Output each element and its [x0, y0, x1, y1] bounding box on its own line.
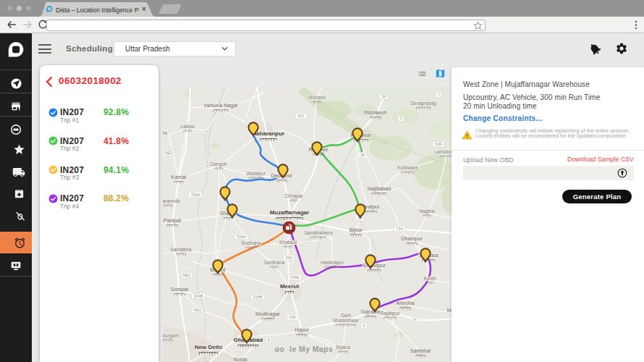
trip-percentage: 88.2% — [103, 193, 129, 203]
trip-label: Trip #2 — [60, 145, 79, 152]
map-watermark: Google My Maps — [268, 345, 333, 353]
map-place-label-hindi — [368, 270, 381, 272]
trip-check-icon — [48, 108, 58, 117]
window-minimize-button[interactable] — [16, 5, 22, 12]
road-shield-label: NE2 — [194, 308, 202, 312]
sidebar-item-swap[interactable] — [0, 118, 32, 140]
trip-percentage: 94.1% — [103, 165, 129, 175]
tab-close-icon[interactable]: × — [142, 5, 146, 13]
map-place-label-hindi — [224, 218, 232, 220]
browser-tab[interactable]: Dista – Location Intelligence Pla × — [36, 2, 156, 17]
warning-icon — [462, 130, 473, 140]
back-chevron-icon[interactable] — [45, 76, 54, 88]
list-view-icon[interactable] — [416, 69, 428, 79]
chevron-down-icon — [221, 46, 228, 51]
page-title: Scheduling — [66, 44, 113, 53]
map-place-label: Garh — [341, 313, 352, 318]
road-shield-label: 334 — [289, 315, 295, 319]
road-shield-label: 34 — [360, 153, 365, 157]
trip-percentage: 41.8% — [103, 136, 129, 146]
bookmark-star-icon[interactable] — [473, 21, 483, 30]
trip-row[interactable]: IN207Trip #488.2% — [40, 193, 158, 218]
map-place-label: Abdalpur — [247, 171, 266, 177]
browser-menu-icon[interactable] — [631, 20, 641, 30]
map-place-label: Bahadurgarh — [163, 333, 179, 339]
menu-hamburger-icon[interactable] — [38, 44, 51, 54]
map-place-label: Najibabad — [368, 185, 391, 192]
road-shield-label: 734 — [396, 227, 402, 231]
trips-panel: 06032018002 IN207Trip #192.8%IN207Trip #… — [40, 65, 158, 362]
map-place-label-hindi — [311, 237, 326, 239]
road-shield-label: NE2 — [183, 273, 191, 277]
warehouse-marker[interactable] — [283, 222, 295, 234]
map-place-label-hindi — [365, 211, 377, 214]
sidebar-item-disabled[interactable] — [0, 205, 32, 227]
map-place-label: Gajraula — [360, 308, 380, 315]
sidebar-item-shipping[interactable] — [0, 161, 32, 183]
star-icon — [13, 143, 25, 156]
browser-toolbar — [0, 17, 644, 33]
browser-titlebar: Dista – Location Intelligence Pla × — [0, 0, 644, 17]
road-shield-label: 334B — [193, 294, 203, 298]
window-zoom-button[interactable] — [25, 5, 32, 12]
map-place-label: Panipat — [164, 217, 181, 224]
stop-pin-rampur-maniharan[interactable] — [220, 187, 229, 200]
unarchive-icon — [14, 188, 25, 199]
trip-label: Trip #1 — [60, 117, 79, 124]
map-place-label: Siyana — [336, 345, 350, 350]
trips-panel-header: 06032018002 — [40, 65, 158, 91]
change-constraints-link[interactable]: Change Constraints... — [463, 114, 543, 122]
upload-icon — [617, 168, 627, 178]
map-place-label-hindi — [291, 200, 297, 202]
window-close-button[interactable] — [7, 5, 13, 12]
trip-check-icon — [48, 165, 58, 174]
sidebar-item-navigation[interactable] — [0, 72, 32, 95]
map-place-label: Sambhalhera — [304, 230, 333, 235]
forward-icon[interactable] — [22, 19, 33, 30]
sidebar-item-favorites[interactable] — [0, 138, 32, 161]
alarm-icon — [14, 237, 26, 249]
notifications-bell-icon[interactable] — [588, 42, 602, 56]
sidebar-item-monitor[interactable] — [0, 254, 32, 277]
warning-note: Changing constrainsts will initiate repl… — [462, 128, 635, 139]
sidebar-item-store[interactable] — [0, 95, 32, 117]
store-icon — [10, 101, 22, 112]
map-place-label: Ladwa — [180, 124, 195, 129]
map-place-label: Hastinapur — [321, 260, 344, 266]
map-place-label: Rajabpur — [381, 311, 401, 316]
constraints-panel: West Zone | Mujaffarnagar Warehouse Upco… — [452, 67, 644, 362]
monitor-icon — [10, 260, 22, 272]
sidebar-item-scheduling[interactable] — [0, 232, 32, 253]
address-bar[interactable] — [46, 20, 486, 31]
trip-check-icon — [48, 136, 58, 146]
map-place-label: Yamuna Nagar — [203, 102, 238, 109]
map-place-label: Sambhal — [410, 348, 431, 354]
road-shield-label: 334B — [253, 295, 262, 299]
map-place-label: Karnal — [171, 174, 187, 180]
generate-plan-button[interactable]: Generate Plan — [562, 190, 632, 203]
trip-row[interactable]: IN207Trip #241.8% — [40, 136, 158, 161]
back-icon[interactable] — [6, 19, 17, 30]
road-shield-label: 307 — [297, 114, 304, 118]
map-place-label: Mukteshwar — [333, 318, 359, 323]
map-place-label: Mohand — [308, 95, 326, 100]
map-place-label: Devaprayag — [410, 101, 436, 106]
map-place-label: Budhana — [242, 240, 261, 245]
map-place-label: Rishikesh — [364, 109, 386, 116]
map-place-label: Muzaffarnagar — [270, 209, 310, 216]
road-shield-label: 709A — [190, 193, 200, 197]
upload-file-input[interactable] — [463, 166, 634, 180]
map-view-icon[interactable] — [434, 68, 446, 79]
region-dropdown[interactable]: Uttar Pradesh — [114, 42, 235, 56]
road-shield-label: 334 — [285, 256, 292, 260]
map-place-label: Sardhana — [264, 260, 285, 265]
app-sidebar — [0, 33, 32, 362]
new-tab-button[interactable] — [158, 4, 182, 14]
trip-row[interactable]: IN207Trip #192.8% — [40, 107, 158, 132]
google-my-maps-watermark: Google My Maps — [268, 345, 333, 353]
trip-row[interactable]: IN207Trip #394.1% — [40, 165, 158, 190]
download-sample-csv-link[interactable]: Download Sample CSV — [567, 156, 634, 163]
session-id[interactable]: 06032018002 — [59, 75, 122, 86]
settings-gear-icon[interactable] — [615, 42, 628, 55]
sidebar-item-unarchive[interactable] — [0, 182, 32, 205]
